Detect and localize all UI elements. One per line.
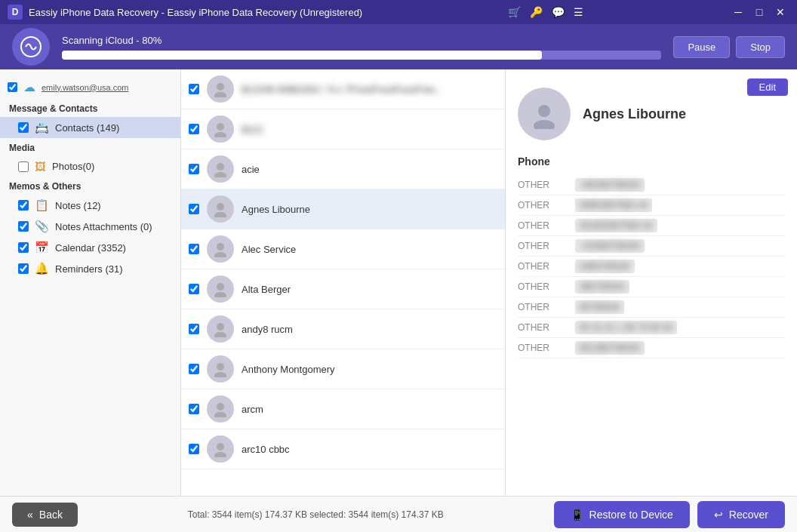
maximize-button[interactable]: □ [750, 3, 768, 21]
contact-avatar [207, 115, 234, 143]
svg-point-20 [214, 452, 226, 457]
reminders-checkbox[interactable] [18, 263, 29, 274]
notes-checkbox[interactable] [18, 200, 29, 211]
contact-checkbox[interactable] [189, 404, 199, 414]
phone-label: OTHER [518, 260, 563, 273]
contact-name: acie [242, 164, 260, 175]
reminders-icon: 🔔 [35, 262, 49, 275]
progress-bar-area: Scanning iCloud - 80% Pause Stop [0, 24, 797, 69]
contact-avatar [207, 195, 234, 223]
svg-point-7 [217, 203, 224, 211]
calendar-icon: 📅 [35, 241, 49, 254]
contact-row[interactable]: Agnes Libourne [181, 189, 505, 229]
minimize-button[interactable]: ─ [729, 3, 747, 21]
sidebar-item-contacts[interactable]: 📇 Contacts (149) [0, 117, 180, 138]
edit-button[interactable]: Edit [747, 78, 788, 96]
phone-label: OTHER [518, 178, 563, 192]
contact-row[interactable]: andy8 rucm [181, 309, 505, 349]
contact-row[interactable]: arc10 cbbc [181, 429, 505, 469]
contact-avatar [207, 75, 234, 103]
restore-icon: 📱 [571, 509, 583, 521]
footer-actions: 📱 Restore to Device ↩ Recover [554, 501, 785, 528]
contacts-icon: 📇 [35, 121, 49, 134]
recover-button[interactable]: ↩ Recover [697, 501, 785, 528]
phone-value: 0380708344 [575, 260, 635, 273]
contact-row[interactable]: Alec Service [181, 229, 505, 269]
phone-label: OTHER [518, 321, 563, 334]
phone-label: OTHER [518, 239, 563, 253]
phone-row: OTHER00852807083 44 [518, 195, 785, 216]
contact-name: arc10 cbbc [242, 444, 290, 455]
title-bar: D Eassiy iPhone Data Recovery - Eassiy i… [0, 0, 797, 24]
svg-point-12 [214, 292, 226, 297]
phone-label: OTHER [518, 300, 563, 314]
contact-row[interactable]: Anthony Montgomery [181, 349, 505, 389]
close-button[interactable]: ✕ [771, 3, 789, 21]
contact-checkbox[interactable] [189, 444, 199, 454]
contact-checkbox[interactable] [189, 124, 199, 134]
contact-row[interactable]: acie [181, 149, 505, 189]
progress-track [62, 51, 661, 60]
contact-checkbox[interactable] [189, 324, 199, 334]
photos-checkbox[interactable] [18, 161, 29, 172]
contact-avatar [207, 155, 234, 183]
sidebar-item-photos[interactable]: 🖼 Photos(0) [0, 156, 180, 177]
contact-row[interactable]: $11536 00861501 ! 9 s 7FoosFoosFoosFow..… [181, 69, 505, 109]
sidebar-account[interactable]: ☁ emily.watson@usa.com [0, 75, 180, 99]
restore-to-device-button[interactable]: 📱 Restore to Device [554, 501, 690, 528]
contact-checkbox[interactable] [189, 164, 199, 174]
phone-label: OTHER [518, 198, 563, 212]
contact-row[interactable]: Alta Berger [181, 269, 505, 309]
phone-value: 80708344 [575, 300, 624, 314]
svg-point-19 [217, 443, 224, 451]
stop-button[interactable]: Stop [736, 36, 785, 58]
pause-button[interactable]: Pause [673, 36, 730, 58]
svg-point-5 [217, 163, 224, 171]
phone-row: OTHER0380708344 [518, 257, 785, 277]
contact-name: Alta Berger [242, 284, 291, 295]
sidebar-item-reminders[interactable]: 🔔 Reminders (31) [0, 258, 180, 279]
phone-table: OTHER+85280708344OTHER00852807083 44OTHE… [518, 175, 785, 358]
calendar-checkbox[interactable] [18, 242, 29, 253]
contact-checkbox[interactable] [189, 84, 199, 94]
account-checkbox[interactable] [8, 82, 17, 92]
sidebar-item-calendar[interactable]: 📅 Calendar (3352) [0, 237, 180, 258]
phone-row: OTHER80708344 [518, 297, 785, 318]
contact-avatar [207, 395, 234, 423]
svg-point-14 [214, 332, 226, 337]
phone-value: +85280708344 [575, 178, 645, 192]
title-bar-extra-icons: 🛒 🔑 💬 ☰ [508, 6, 583, 18]
svg-point-9 [217, 243, 224, 251]
notes-att-checkbox[interactable] [18, 221, 29, 232]
contact-checkbox[interactable] [189, 244, 199, 254]
phone-value: 380708344 [575, 280, 629, 294]
contact-name: $121 [242, 124, 263, 135]
svg-point-22 [534, 120, 555, 129]
contact-row[interactable]: arcm [181, 389, 505, 429]
contacts-checkbox[interactable] [18, 122, 29, 133]
svg-point-10 [214, 252, 226, 257]
contact-avatar [207, 355, 234, 383]
sidebar-item-notes[interactable]: 📋 Notes (12) [0, 195, 180, 216]
photos-icon: 🖼 [35, 160, 46, 173]
contact-name: $11536 00861501 ! 9 s 7FoosFoosFoosFow..… [242, 84, 442, 95]
calendar-label: Calendar (3352) [55, 242, 173, 254]
contact-checkbox[interactable] [189, 204, 199, 214]
contact-avatar [207, 235, 234, 263]
footer: « Back Total: 3544 item(s) 174.37 KB sel… [0, 496, 797, 532]
back-button[interactable]: « Back [12, 503, 78, 527]
restore-label: Restore to Device [589, 509, 673, 521]
contact-checkbox[interactable] [189, 284, 199, 294]
progress-fill [62, 51, 542, 60]
progress-buttons: Pause Stop [673, 36, 785, 58]
svg-point-15 [217, 363, 224, 371]
section-media: Media [0, 138, 180, 156]
phone-row: OTHER+33380708344 [518, 236, 785, 257]
svg-point-3 [217, 123, 224, 131]
app-title: Eassiy iPhone Data Recovery - Eassiy iPh… [29, 7, 362, 18]
app-logo [12, 28, 50, 66]
contact-checkbox[interactable] [189, 364, 199, 374]
contact-row[interactable]: $121 [181, 109, 505, 149]
detail-panel: Edit Agnes Libourne Phone OTHER+85280708… [506, 69, 797, 496]
sidebar-item-notes-attachments[interactable]: 📎 Notes Attachments (0) [0, 216, 180, 237]
